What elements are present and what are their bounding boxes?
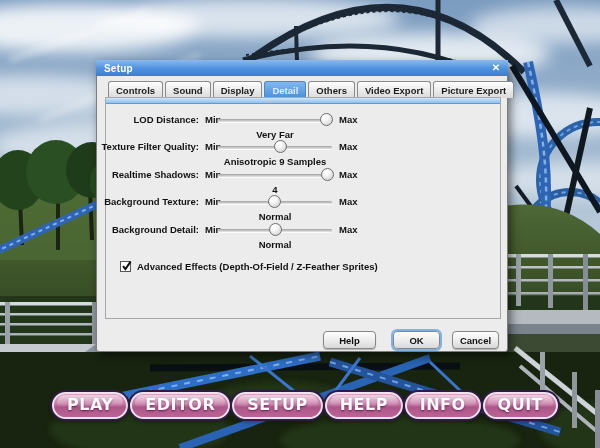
dialog-title: Setup xyxy=(104,63,489,74)
dialog-titlebar[interactable]: Setup ✕ xyxy=(96,60,508,76)
slider-label: Texture Filter Quality: xyxy=(96,141,199,152)
tab-video-export[interactable]: Video Export xyxy=(357,81,431,98)
slider-track-lod-distance[interactable]: Very Far xyxy=(218,112,332,127)
play-button[interactable]: PLAY xyxy=(52,392,128,419)
tab-detail[interactable]: Detail xyxy=(264,81,306,98)
tab-display[interactable]: Display xyxy=(213,81,263,98)
slider-bar xyxy=(218,119,332,122)
checkbox-label: Advanced Effects (Depth-Of-Field / Z-Fea… xyxy=(137,261,378,272)
advanced-effects-checkbox[interactable]: Advanced Effects (Depth-Of-Field / Z-Fea… xyxy=(120,261,378,272)
slider-track-background-texture[interactable]: Normal xyxy=(218,194,332,209)
setup-button[interactable]: SETUP xyxy=(232,392,323,419)
panel-accent-bar xyxy=(106,98,500,104)
ok-button[interactable]: OK xyxy=(393,331,440,349)
slider-row-background-detail: Background Detail:MinNormalMax xyxy=(106,220,500,248)
tab-others[interactable]: Others xyxy=(308,81,355,98)
slider-max-label: Max xyxy=(339,196,357,207)
close-icon[interactable]: ✕ xyxy=(489,62,503,74)
slider-label: Background Texture: xyxy=(96,196,199,207)
slider-thumb[interactable] xyxy=(269,223,282,236)
slider-bar xyxy=(218,174,332,177)
slider-thumb[interactable] xyxy=(274,140,287,153)
slider-label: LOD Distance: xyxy=(96,114,199,125)
slider-max-label: Max xyxy=(339,141,357,152)
slider-max-label: Max xyxy=(339,114,357,125)
quit-button[interactable]: QUIT xyxy=(483,392,558,419)
slider-row-lod-distance: LOD Distance:MinVery FarMax xyxy=(106,110,500,138)
help-button[interactable]: Help xyxy=(323,331,376,349)
slider-thumb[interactable] xyxy=(268,195,281,208)
cancel-button[interactable]: Cancel xyxy=(452,331,499,349)
slider-label: Realtime Shadows: xyxy=(96,169,199,180)
slider-value: Normal xyxy=(218,239,332,250)
tab-picture-export[interactable]: Picture Export xyxy=(433,81,514,98)
slider-thumb[interactable] xyxy=(321,168,334,181)
setup-dialog: Setup ✕ ControlsSoundDisplayDetailOthers… xyxy=(96,60,508,352)
slider-track-texture-filter-quality[interactable]: Anisotropic 9 Samples xyxy=(218,139,332,154)
main-menu-bar: PLAYEDITORSETUPHELPINFOQUIT xyxy=(52,392,558,419)
info-button[interactable]: INFO xyxy=(405,392,481,419)
tab-bar: ControlsSoundDisplayDetailOthersVideo Ex… xyxy=(108,81,514,98)
editor-button[interactable]: EDITOR xyxy=(130,392,230,419)
slider-max-label: Max xyxy=(339,224,357,235)
slider-max-label: Max xyxy=(339,169,357,180)
slider-row-background-texture: Background Texture:MinNormalMax xyxy=(106,192,500,220)
slider-row-texture-filter-quality: Texture Filter Quality:MinAnisotropic 9 … xyxy=(106,137,500,165)
help-button[interactable]: HELP xyxy=(325,392,403,419)
tab-controls[interactable]: Controls xyxy=(108,81,163,98)
slider-track-realtime-shadows[interactable]: 4 xyxy=(218,167,332,182)
tab-sound[interactable]: Sound xyxy=(165,81,211,98)
slider-track-background-detail[interactable]: Normal xyxy=(218,222,332,237)
slider-row-realtime-shadows: Realtime Shadows:Min4Max xyxy=(106,165,500,193)
dialog-button-row: HelpOKCancel xyxy=(323,331,499,349)
check-icon xyxy=(121,260,132,272)
detail-tab-panel: LOD Distance:MinVery FarMaxTexture Filte… xyxy=(105,97,501,319)
game-screen: Setup ✕ ControlsSoundDisplayDetailOthers… xyxy=(0,0,600,448)
checkbox-box[interactable] xyxy=(120,261,131,272)
slider-label: Background Detail: xyxy=(96,224,199,235)
slider-thumb[interactable] xyxy=(320,113,333,126)
